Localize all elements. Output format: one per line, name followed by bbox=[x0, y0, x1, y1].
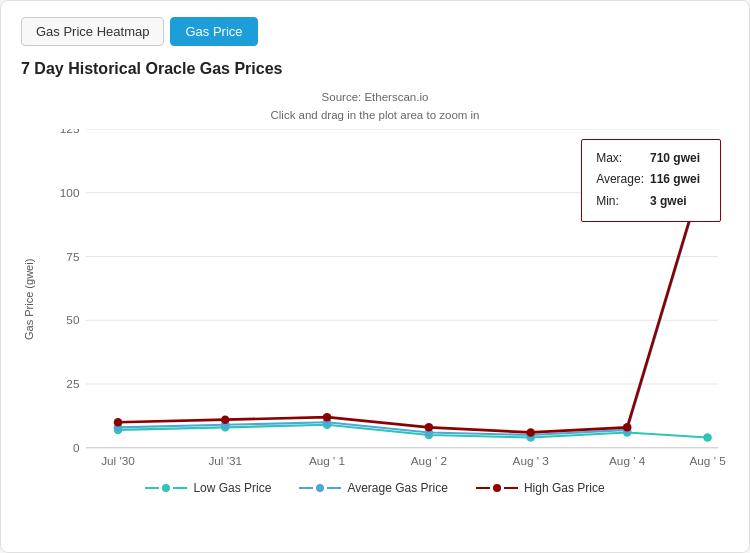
svg-text:25: 25 bbox=[66, 377, 80, 390]
high-dot-2 bbox=[323, 413, 332, 422]
legend-low-line bbox=[145, 487, 159, 489]
chart-inner: 0 25 50 75 100 125 Jul '30 Jul '31 Aug '… bbox=[43, 129, 729, 469]
legend-avg-line2 bbox=[327, 487, 341, 489]
legend-avg-label: Average Gas Price bbox=[347, 481, 448, 495]
legend-avg-line bbox=[299, 487, 313, 489]
chart-container: Gas Price (gwei) 0 25 50 bbox=[21, 129, 729, 469]
tab-heatmap[interactable]: Gas Price Heatmap bbox=[21, 17, 164, 46]
legend-low-label: Low Gas Price bbox=[193, 481, 271, 495]
high-dot-5 bbox=[623, 423, 632, 432]
high-dot-6 bbox=[702, 154, 713, 165]
tab-bar: Gas Price Heatmap Gas Price bbox=[21, 17, 729, 46]
svg-text:125: 125 bbox=[60, 129, 80, 135]
legend-avg-dot bbox=[316, 484, 324, 492]
chart-source: Source: Etherscan.io Click and drag in t… bbox=[21, 88, 729, 125]
legend-low-line2 bbox=[173, 487, 187, 489]
high-dot-4 bbox=[526, 428, 535, 437]
high-dot-1 bbox=[221, 415, 230, 424]
svg-text:Aug ' 5: Aug ' 5 bbox=[689, 454, 726, 467]
page-title: 7 Day Historical Oracle Gas Prices bbox=[21, 60, 729, 78]
chart-area: Source: Etherscan.io Click and drag in t… bbox=[21, 88, 729, 495]
legend-high-label: High Gas Price bbox=[524, 481, 605, 495]
svg-text:Aug ' 1: Aug ' 1 bbox=[309, 454, 345, 467]
svg-text:50: 50 bbox=[66, 313, 80, 326]
high-dot-0 bbox=[114, 418, 123, 427]
high-dot-3 bbox=[425, 423, 434, 432]
legend-high-line bbox=[476, 487, 490, 489]
svg-text:75: 75 bbox=[66, 250, 80, 263]
y-axis-label: Gas Price (gwei) bbox=[21, 129, 43, 469]
main-card: Gas Price Heatmap Gas Price 7 Day Histor… bbox=[0, 0, 750, 553]
chart-legend: Low Gas Price Average Gas Price High Gas… bbox=[21, 481, 729, 495]
svg-text:Jul '31: Jul '31 bbox=[208, 454, 242, 467]
legend-low: Low Gas Price bbox=[145, 481, 271, 495]
svg-text:100: 100 bbox=[60, 186, 80, 199]
source-line1: Source: Etherscan.io bbox=[322, 91, 429, 103]
legend-high-line2 bbox=[504, 487, 518, 489]
avg-gas-line bbox=[118, 162, 708, 435]
svg-text:Jul '30: Jul '30 bbox=[101, 454, 135, 467]
chart-svg: 0 25 50 75 100 125 Jul '30 Jul '31 Aug '… bbox=[43, 129, 729, 469]
tab-gasprice[interactable]: Gas Price bbox=[170, 17, 257, 46]
legend-high: High Gas Price bbox=[476, 481, 605, 495]
svg-text:0: 0 bbox=[73, 441, 80, 454]
svg-text:Aug ' 2: Aug ' 2 bbox=[411, 454, 447, 467]
svg-text:Aug ' 3: Aug ' 3 bbox=[513, 454, 549, 467]
legend-low-dot bbox=[162, 484, 170, 492]
svg-text:Aug ' 4: Aug ' 4 bbox=[609, 454, 646, 467]
source-line2: Click and drag in the plot area to zoom … bbox=[270, 109, 479, 121]
legend-high-dot bbox=[493, 484, 501, 492]
legend-avg: Average Gas Price bbox=[299, 481, 448, 495]
low-dot-6 bbox=[703, 433, 712, 442]
high-gas-line bbox=[118, 159, 708, 432]
